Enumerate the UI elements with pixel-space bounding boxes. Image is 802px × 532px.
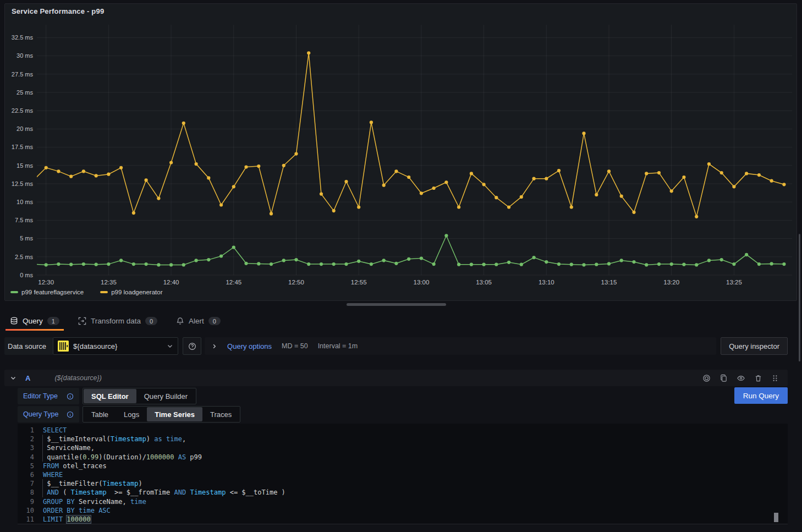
svg-text:0 ms: 0 ms — [20, 272, 33, 278]
database-icon — [10, 317, 18, 325]
code-line[interactable]: 2 $__timeInterval(Timestamp) as time, — [18, 435, 788, 443]
svg-text:12:45: 12:45 — [226, 279, 241, 286]
query-row-header[interactable]: A (${datasource}) — [4, 370, 788, 386]
svg-text:7.5 ms: 7.5 ms — [15, 217, 34, 223]
query-options-md: MD = 50 — [282, 342, 308, 350]
svg-text:27.5 ms: 27.5 ms — [12, 71, 34, 78]
query-type-chip: Query Type — [18, 406, 79, 423]
query-type-option-time-series[interactable]: Time Series — [147, 407, 202, 421]
horizontal-scrollbar[interactable] — [347, 303, 446, 306]
code-line[interactable]: 3 ServiceName, — [18, 443, 788, 452]
code-text: GROUP BY ServiceName, time — [43, 497, 146, 506]
panel-editor-tabs: Query 1 Transform data 0 Alert 0 — [4, 311, 226, 331]
legend-label: p99 loadgenerator — [111, 289, 162, 295]
query-type-option-table[interactable]: Table — [84, 407, 116, 421]
code-line[interactable]: 8 AND ( Timestamp >= $__fromTime AND Tim… — [18, 488, 788, 497]
tab-label: Alert — [189, 317, 204, 325]
query-type-option-logs[interactable]: Logs — [116, 407, 147, 421]
code-line[interactable]: 10ORDER BY time ASC — [18, 506, 788, 515]
line-number: 10 — [18, 506, 34, 515]
query-type-label: Query Type — [23, 410, 62, 418]
svg-text:13:00: 13:00 — [414, 279, 430, 286]
svg-text:12:40: 12:40 — [163, 279, 179, 286]
drag-handle-icon[interactable] — [771, 374, 779, 382]
line-number: 11 — [18, 515, 34, 524]
code-line[interactable]: 4 quantile(0.99)(Duration)/1000000 AS p9… — [18, 453, 788, 462]
svg-text:12.5 ms: 12.5 ms — [12, 180, 34, 187]
code-text: WHERE — [43, 470, 63, 479]
query-ref-id: A — [25, 374, 30, 382]
query-type-group: Table Logs Time Series Traces — [83, 406, 240, 423]
code-line[interactable]: 1SELECT — [18, 426, 788, 435]
code-line[interactable]: 6WHERE — [18, 470, 788, 479]
chevron-down-icon[interactable] — [10, 375, 17, 381]
vertical-scrollbar[interactable] — [799, 234, 800, 361]
line-number: 5 — [18, 462, 34, 470]
line-number: 6 — [18, 470, 34, 479]
timeseries-panel: Service Performance - p99 0 ms2.5 ms5 ms… — [4, 3, 797, 301]
legend-swatch-green — [10, 291, 18, 293]
code-line[interactable]: 9GROUP BY ServiceName, time — [18, 497, 788, 506]
clickhouse-logo-icon — [58, 341, 69, 352]
chevron-right-icon — [211, 343, 217, 349]
editor-type-group: SQL Editor Query Builder — [83, 388, 196, 404]
run-query-button[interactable]: Run Query — [734, 387, 788, 404]
query-options-toggle[interactable]: Query options — [227, 342, 272, 350]
datasource-help-button[interactable] — [183, 337, 201, 355]
query-type-option-traces[interactable]: Traces — [202, 407, 239, 421]
chart-legend: p99 featureflagservice p99 loadgenerator — [10, 289, 163, 295]
query-inspector-button[interactable]: Query inspector — [721, 337, 788, 355]
grafana-query-editor-page: Service Performance - p99 0 ms2.5 ms5 ms… — [0, 0, 802, 532]
line-number: 2 — [18, 435, 34, 443]
code-line[interactable]: 7 $__timeFilter(Timestamp) — [18, 479, 788, 488]
legend-item-loadgenerator[interactable]: p99 loadgenerator — [100, 289, 162, 295]
code-text: quantile(0.99)(Duration)/1000000 AS p99 — [42, 453, 202, 462]
tab-alert[interactable]: Alert 0 — [171, 311, 226, 331]
editor-type-option-query-builder[interactable]: Query Builder — [136, 389, 195, 403]
code-text: LIMIT 100000 — [43, 515, 91, 524]
editor-type-option-sql-editor[interactable]: SQL Editor — [84, 389, 136, 403]
datasource-label: Data source — [4, 337, 53, 355]
tab-query[interactable]: Query 1 — [4, 311, 65, 331]
svg-text:15 ms: 15 ms — [17, 162, 33, 169]
tab-transform-data[interactable]: Transform data 0 — [73, 311, 163, 331]
svg-text:17.5 ms: 17.5 ms — [12, 144, 34, 150]
trash-icon[interactable] — [754, 374, 762, 382]
legend-item-featureflagservice[interactable]: p99 featureflagservice — [10, 289, 84, 295]
code-line[interactable]: 11LIMIT 100000 — [18, 515, 788, 524]
info-circle-icon[interactable] — [67, 393, 74, 400]
svg-text:10 ms: 10 ms — [17, 199, 33, 205]
timeseries-chart[interactable]: 0 ms2.5 ms5 ms7.5 ms10 ms12.5 ms15 ms17.… — [5, 4, 796, 301]
code-text: $__timeFilter(Timestamp) — [42, 479, 142, 488]
svg-text:13:25: 13:25 — [726, 279, 742, 286]
code-line[interactable]: 5FROM otel_traces — [18, 462, 788, 470]
code-text: AND ( Timestamp >= $__fromTime AND Times… — [42, 488, 285, 497]
code-text: $__timeInterval(Timestamp) as time, — [42, 435, 186, 443]
svg-text:2.5 ms: 2.5 ms — [15, 254, 34, 260]
svg-text:13:15: 13:15 — [601, 279, 617, 286]
svg-text:12:30: 12:30 — [38, 279, 54, 286]
svg-text:30 ms: 30 ms — [17, 52, 33, 59]
eye-icon[interactable] — [737, 374, 745, 382]
info-circle-icon[interactable] — [67, 411, 74, 418]
line-number: 8 — [18, 488, 34, 497]
code-text: ServiceName, — [42, 443, 95, 452]
editor-type-chip: Editor Type — [18, 388, 79, 404]
duplicate-icon[interactable] — [719, 374, 728, 382]
svg-text:5 ms: 5 ms — [20, 235, 33, 242]
tab-badge: 0 — [145, 317, 157, 325]
legend-label: p99 featureflagservice — [21, 289, 84, 295]
query-options-strip[interactable]: Query options MD = 50 Interval = 1m — [205, 337, 716, 355]
line-number: 4 — [18, 453, 34, 462]
query-options-interval: Interval = 1m — [318, 342, 358, 350]
svg-text:13:10: 13:10 — [539, 279, 554, 286]
code-text: SELECT — [43, 426, 67, 435]
datasource-value: ${datasource} — [73, 342, 162, 350]
editor-scrollbar-thumb[interactable] — [774, 513, 778, 522]
svg-text:13:20: 13:20 — [663, 279, 679, 286]
svg-text:12:35: 12:35 — [101, 279, 117, 286]
bell-icon — [176, 317, 184, 325]
circle-icon[interactable] — [702, 374, 711, 382]
datasource-picker[interactable]: ${datasource} — [53, 337, 178, 355]
sql-code-editor[interactable]: 1SELECT2 $__timeInterval(Timestamp) as t… — [18, 424, 788, 524]
